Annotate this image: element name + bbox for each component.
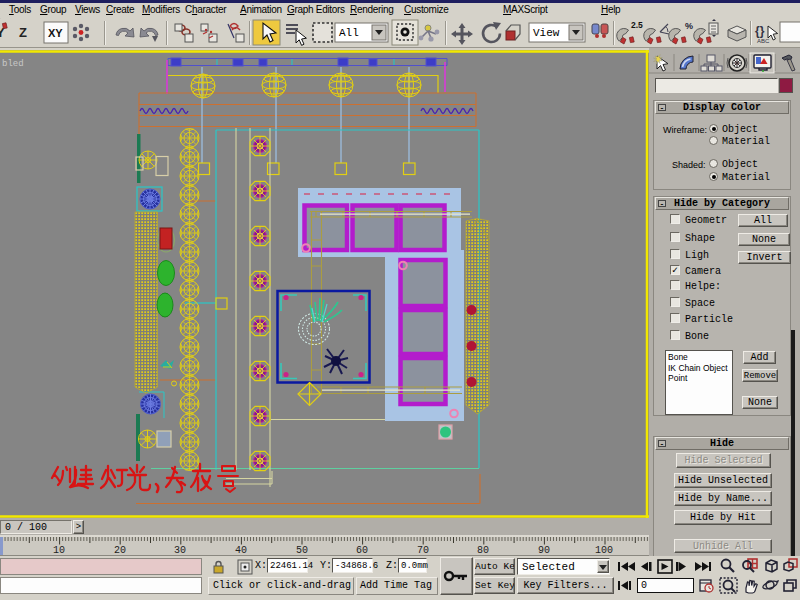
svg-text:%: % [685, 21, 693, 31]
svg-text:10: 10 [53, 545, 65, 555]
svg-text:20: 20 [114, 545, 126, 555]
svg-text:40: 40 [235, 545, 247, 555]
svg-text:All: All [339, 27, 359, 39]
svg-text:Z: Z [19, 25, 27, 40]
svg-text:100: 100 [595, 545, 613, 555]
svg-text:bled: bled [2, 59, 24, 69]
svg-text:70: 70 [417, 545, 429, 555]
svg-text:60: 60 [356, 545, 368, 555]
svg-text:50: 50 [296, 545, 308, 555]
svg-text:90: 90 [538, 545, 550, 555]
svg-text:XY: XY [48, 27, 63, 39]
svg-text:ABC: ABC [757, 38, 770, 44]
svg-text:{}: {} [755, 24, 765, 38]
svg-text:80: 80 [477, 545, 489, 555]
svg-text:View: View [533, 27, 560, 39]
svg-text:2.5: 2.5 [631, 20, 643, 30]
svg-text:30: 30 [174, 545, 186, 555]
